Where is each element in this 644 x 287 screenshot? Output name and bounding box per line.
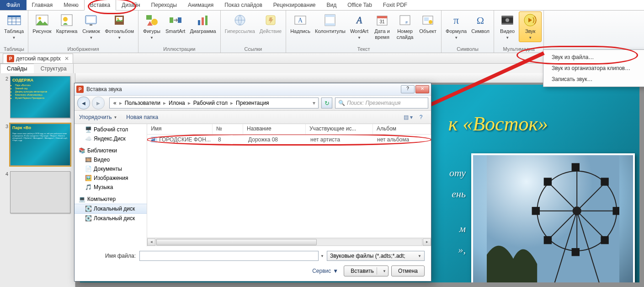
file-list-rows[interactable]: ГОРОДСКИЕ ФОН... 8 Дорожка 08 нет артист… (147, 135, 431, 238)
tab-animation[interactable]: Анимация (182, 0, 219, 10)
slidenumber-button[interactable]: #Номер слайда (394, 11, 416, 42)
dialog-titlebar[interactable]: P Вставка звука ? ✕ (75, 83, 431, 96)
symbol-button[interactable]: ΩСимвол (469, 11, 492, 36)
filename-input[interactable] (139, 251, 319, 261)
menu-item-sound-from-clip-organizer[interactable]: Звук из организатора клипов… (544, 63, 644, 74)
breadcrumb-segment[interactable]: Рабочий стол (192, 100, 229, 106)
breadcrumb-path[interactable]: «▸ Пользователи▸ Илона▸ Рабочий стол▸ Пр… (109, 97, 319, 108)
breadcrumb-dropdown-icon[interactable]: ▾ (312, 100, 316, 106)
dialog-help-button[interactable]: ? (401, 85, 415, 93)
tree-node-documents[interactable]: 📄Документы (75, 164, 147, 173)
slide-thumbnail-4[interactable]: 4 (2, 171, 73, 213)
svg-point-9 (63, 17, 68, 22)
textbox-button[interactable]: AНадпись (288, 11, 313, 36)
scroll-right-button[interactable]: ▸ (423, 238, 431, 246)
slide-thumbnail-2[interactable]: 2 СОДЕРЖА Парк «Восток» Зимний сад Дворе… (2, 76, 73, 118)
breadcrumb-segment[interactable]: Презентация (234, 100, 271, 106)
shapes-button[interactable]: Фигуры▼ (140, 11, 163, 42)
tab-foxit[interactable]: Foxit PDF (378, 0, 413, 10)
photoalbum-button[interactable]: Фотоальбом▼ (102, 11, 136, 42)
tools-menu-button[interactable]: Сервис▼ (312, 268, 338, 274)
cloud-icon: ☁️ (85, 135, 92, 142)
tab-outline[interactable]: Структура (34, 64, 74, 74)
slide-thumbnail-3[interactable]: 3 Парк «Во Парк начал свою работу в 1978… (2, 124, 73, 166)
tab-transitions[interactable]: Переходы (146, 0, 182, 10)
new-folder-button[interactable]: Новая папка (126, 114, 158, 120)
nav-forward-button[interactable]: ► (92, 97, 105, 109)
video-button[interactable]: Видео▼ (496, 11, 519, 42)
clipart-button[interactable]: Картинка (54, 11, 80, 36)
ribbon-button-label: Номер слайда (397, 28, 414, 40)
svg-rect-66 (601, 236, 608, 244)
tab-review[interactable]: Рецензирование (268, 0, 321, 10)
chevron-down-icon: ▼ (150, 35, 154, 41)
organize-button[interactable]: Упорядочить (79, 114, 112, 120)
object-button[interactable]: Объект (416, 11, 439, 36)
chart-button[interactable]: Диаграмма (187, 11, 218, 36)
ribbon-group: РисунокКартинкаСнимок▼Фотоальбом▼Изображ… (28, 11, 138, 53)
refresh-button[interactable]: ↻ (321, 97, 332, 108)
tree-node-images[interactable]: 🖼️Изображения (75, 173, 147, 183)
tab-file[interactable]: Файл (0, 0, 27, 10)
tree-node-computer[interactable]: 💻Компьютер (75, 195, 147, 204)
file-row[interactable]: ГОРОДСКИЕ ФОН... 8 Дорожка 08 нет артист… (147, 135, 431, 145)
screenshot-button[interactable]: Снимок▼ (80, 11, 102, 42)
insert-button[interactable]: Вставить▼ (344, 265, 389, 276)
headerfooter-button[interactable]: Колонтитулы (313, 11, 348, 36)
breadcrumb-overflow[interactable]: « (112, 100, 118, 106)
tree-node-music[interactable]: 🎵Музыка (75, 183, 147, 192)
table-button[interactable]: Таблица▼ (2, 11, 26, 42)
tree-node-libraries[interactable]: 📚Библиотеки (75, 146, 147, 155)
scroll-left-button[interactable]: ◂ (147, 238, 155, 246)
column-title[interactable]: Название (243, 124, 306, 134)
picture-button[interactable]: Рисунок (30, 11, 54, 36)
datetime-button[interactable]: 31Дата и время (371, 11, 394, 42)
column-artist[interactable]: Участвующие ис... (306, 124, 373, 134)
tree-node-yandexdisk[interactable]: ☁️Яндекс.Диск (75, 134, 147, 143)
folder-tree[interactable]: 🖥️Рабочий стол ☁️Яндекс.Диск 📚Библиотеки… (75, 124, 147, 246)
menu-item-sound-from-file[interactable]: Звук из файла… (544, 52, 644, 63)
wordart-button[interactable]: AWordArt▼ (348, 11, 371, 42)
cancel-button[interactable]: Отмена (391, 265, 425, 276)
ribbon-group: ГиперссылкаДействиеСсылки (221, 11, 287, 53)
tab-design[interactable]: Дизайн (116, 0, 145, 10)
search-field[interactable]: 🔍 Поиск: Презентация (335, 97, 428, 108)
tab-view[interactable]: Вид (321, 0, 342, 10)
nav-back-button[interactable]: ◄ (77, 97, 90, 109)
menu-item-record-sound[interactable]: Записать звук… (544, 74, 644, 85)
ribbon-group-label: Таблицы (0, 46, 28, 53)
filetype-filter-combo[interactable]: Звуковые файлы (*.adts;*.adt; ▼ (327, 251, 425, 261)
shapes-icon (144, 13, 159, 27)
audio-button[interactable]: Звук▼ (519, 11, 542, 42)
filename-dropdown-icon[interactable]: ▼ (320, 254, 324, 258)
chevron-down-icon[interactable]: ▼ (113, 115, 117, 119)
tab-office[interactable]: Office Tab (342, 0, 378, 10)
column-number[interactable]: № (213, 124, 243, 134)
breadcrumb-segment[interactable]: Илона (167, 100, 187, 106)
equation-button[interactable]: πФормула▼ (443, 11, 469, 42)
tree-node-desktop[interactable]: 🖥️Рабочий стол (75, 125, 147, 134)
tab-slides[interactable]: Слайды (0, 64, 34, 74)
view-mode-button[interactable]: ▤ ▾ (403, 112, 414, 122)
breadcrumb-segment[interactable]: Пользователи (123, 100, 162, 106)
file-list-header[interactable]: Имя № Название Участвующие ис... Альбом (147, 124, 431, 135)
tab-insert[interactable]: Вставка (84, 0, 117, 11)
horizontal-scrollbar[interactable]: ◂ ▸ (147, 238, 431, 246)
scroll-track[interactable] (156, 238, 422, 246)
file-name: ГОРОДСКИЕ ФОН... (159, 136, 211, 143)
document-close-icon[interactable]: ✕ (64, 55, 69, 62)
tree-node-local-disk[interactable]: 💽Локальный диск (75, 204, 147, 214)
tree-node-local-disk[interactable]: 💽Локальный диск (75, 214, 147, 223)
tab-home[interactable]: Главная (27, 0, 59, 10)
help-icon[interactable]: ? (415, 112, 426, 122)
tab-slideshow[interactable]: Показ слайдов (219, 0, 268, 10)
dialog-close-button[interactable]: ✕ (415, 85, 429, 93)
column-album[interactable]: Альбом (373, 124, 431, 134)
tab-menu[interactable]: Меню (58, 0, 84, 10)
column-name[interactable]: Имя (147, 124, 213, 134)
scroll-thumb[interactable] (156, 239, 317, 245)
document-tab[interactable]: P детский парк.pptx ✕ (3, 54, 73, 63)
smartart-button[interactable]: SmartArt (163, 11, 187, 36)
slide-number: 3 (2, 124, 10, 166)
tree-node-videos[interactable]: 🎞️Видео (75, 155, 147, 164)
